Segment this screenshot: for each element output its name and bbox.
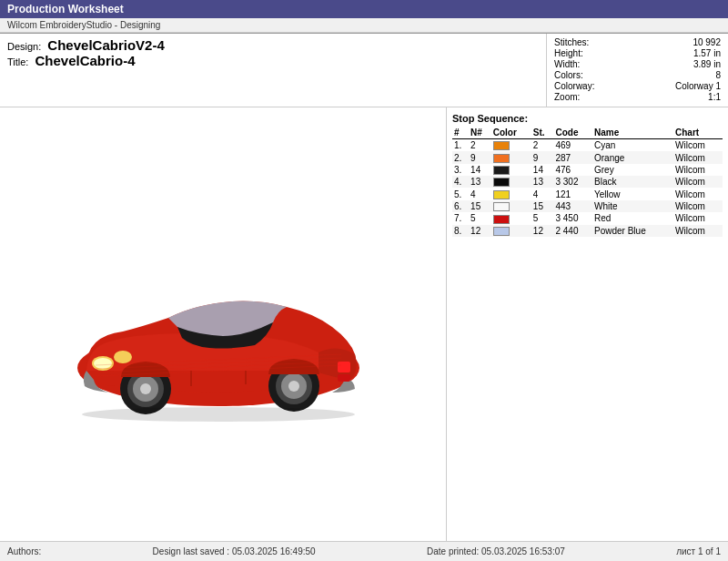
cell-chart: Wilcom [673, 225, 723, 237]
cell-name: Yellow [592, 188, 673, 199]
footer: Authors: Design last saved : 05.03.2025 … [0, 541, 728, 561]
cell-name: Grey [592, 164, 673, 176]
cell-st: 4 [531, 188, 554, 199]
title-row: Title: ChevelCabrio-4 [7, 53, 539, 68]
stitches-row: Stitches: 10 992 [554, 37, 721, 47]
cell-st: 5 [531, 212, 554, 224]
width-value: 3.89 in [693, 59, 721, 69]
cell-code: 3 450 [553, 212, 592, 224]
col-chart: Chart [673, 127, 723, 139]
svg-point-2 [94, 358, 112, 369]
design-row: Design: ChevelCabrioV2-4 [7, 37, 539, 53]
title-value: ChevelCabrio-4 [35, 53, 136, 68]
colorway-label: Colorway: [554, 81, 594, 91]
cell-st: 9 [531, 151, 554, 163]
col-n: N# [469, 127, 491, 139]
cell-num: 2. [452, 151, 469, 163]
cell-chart: Wilcom [673, 164, 723, 176]
cell-n: 13 [469, 176, 491, 188]
colors-value: 8 [715, 70, 721, 80]
cell-n: 4 [469, 188, 491, 199]
colors-label: Colors: [554, 70, 583, 80]
page-label: лист 1 of 1 [676, 546, 721, 556]
col-code: Code [553, 127, 592, 139]
table-row: 2.99287OrangeWilcom [452, 151, 723, 163]
design-info-block: Design: ChevelCabrioV2-4 Title: ChevelCa… [0, 34, 546, 107]
table-header-row: # N# Color St. Code Name Chart [452, 127, 723, 139]
cell-color [491, 164, 531, 176]
col-color: Color [491, 127, 531, 139]
cell-num: 6. [452, 200, 469, 212]
col-num: # [452, 127, 469, 139]
table-row: 1.22469CyanWilcom [452, 139, 723, 152]
width-label: Width: [554, 59, 580, 69]
design-label: Design: [7, 41, 41, 52]
stop-sequence-label: Stop Sequence: [452, 113, 723, 124]
cell-color [491, 176, 531, 188]
cell-code: 121 [553, 188, 592, 199]
cell-chart: Wilcom [673, 212, 723, 224]
height-label: Height: [554, 48, 583, 58]
height-value: 1.57 in [693, 48, 721, 58]
svg-point-13 [288, 381, 299, 392]
cell-color [491, 151, 531, 163]
zoom-row: Zoom: 1:1 [554, 92, 721, 102]
stitches-value: 10 992 [693, 37, 721, 47]
printed-label: Date printed: 05.03.2025 16:53:07 [427, 546, 565, 556]
cell-name: Powder Blue [592, 225, 673, 237]
cell-num: 4. [452, 176, 469, 188]
stitches-label: Stitches: [554, 37, 589, 47]
cell-code: 2 440 [553, 225, 592, 237]
cell-chart: Wilcom [673, 188, 723, 199]
cell-num: 8. [452, 225, 469, 237]
cell-st: 13 [531, 176, 554, 188]
svg-point-20 [82, 407, 355, 422]
cell-st: 14 [531, 164, 554, 176]
cell-st: 15 [531, 200, 554, 212]
cell-color [491, 139, 531, 152]
cell-st: 2 [531, 139, 554, 152]
cell-name: Orange [592, 151, 673, 163]
table-row: 7.553 450RedWilcom [452, 212, 723, 224]
cell-st: 12 [531, 225, 554, 237]
cell-code: 443 [553, 200, 592, 212]
app-subtitle: Wilcom EmbroideryStudio - Designing [0, 18, 728, 33]
col-st: St. [531, 127, 554, 139]
cell-color [491, 225, 531, 237]
cell-chart: Wilcom [673, 139, 723, 152]
cell-n: 15 [469, 200, 491, 212]
cell-code: 476 [553, 164, 592, 176]
table-row: 6.1515443WhiteWilcom [452, 200, 723, 212]
stats-block: Stitches: 10 992 Height: 1.57 in Width: … [546, 34, 728, 107]
cell-code: 3 302 [553, 176, 592, 188]
cell-name: Red [592, 212, 673, 224]
cell-code: 469 [553, 139, 592, 152]
table-row: 5.44121YellowWilcom [452, 188, 723, 199]
cell-chart: Wilcom [673, 200, 723, 212]
cell-num: 5. [452, 188, 469, 199]
svg-point-9 [140, 383, 151, 394]
svg-point-3 [114, 351, 132, 363]
colorway-value: Colorway 1 [675, 81, 721, 91]
car-illustration-area [0, 107, 446, 561]
cell-num: 7. [452, 212, 469, 224]
cell-n: 5 [469, 212, 491, 224]
cell-n: 2 [469, 139, 491, 152]
cell-code: 287 [553, 151, 592, 163]
colorway-row: Colorway: Colorway 1 [554, 81, 721, 91]
right-panel: Stop Sequence: # N# Color St. Code Name … [446, 107, 728, 561]
cell-n: 14 [469, 164, 491, 176]
table-row: 8.12122 440Powder BlueWilcom [452, 225, 723, 237]
cell-chart: Wilcom [673, 151, 723, 163]
cell-n: 12 [469, 225, 491, 237]
height-row: Height: 1.57 in [554, 48, 721, 58]
design-value: ChevelCabrioV2-4 [47, 37, 164, 53]
cell-num: 3. [452, 164, 469, 176]
app-title: Production Worksheet [7, 3, 124, 15]
svg-rect-4 [338, 362, 350, 372]
cell-chart: Wilcom [673, 176, 723, 188]
cell-color [491, 212, 531, 224]
cell-name: Black [592, 176, 673, 188]
cell-name: Cyan [592, 139, 673, 152]
saved-label: Design last saved : 05.03.2025 16:49:50 [153, 546, 316, 556]
